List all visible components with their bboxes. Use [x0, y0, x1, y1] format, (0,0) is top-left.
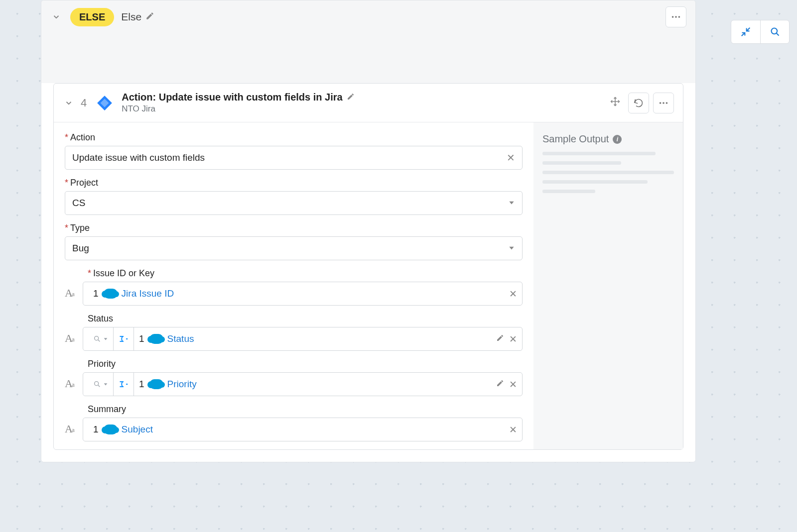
pill-value: Status: [167, 333, 194, 344]
project-field-label: *Project: [65, 178, 523, 188]
mapped-field-input[interactable]: 1 Status ✕: [83, 327, 523, 351]
clear-action-field[interactable]: ✕: [507, 152, 515, 164]
move-step-handle[interactable]: [610, 97, 620, 109]
skeleton-line: [542, 152, 656, 155]
type-select[interactable]: Bug: [65, 236, 523, 260]
mapped-field-label: Status: [65, 314, 523, 324]
formula-picker[interactable]: [88, 327, 114, 350]
mapped-field-input[interactable]: 1 Priority ✕: [83, 372, 523, 396]
else-label: Else: [121, 11, 141, 23]
svg-point-16: [95, 382, 99, 386]
pill-step-ref: 1: [139, 333, 144, 344]
text-type-icon: A: [65, 377, 79, 390]
action-title: Action: Update issue with custom fields …: [122, 92, 342, 103]
clear-pill[interactable]: ✕: [509, 379, 517, 390]
jira-icon: [96, 94, 114, 112]
action-field-label: *Action: [65, 132, 523, 143]
pill-step-ref: 1: [93, 288, 99, 299]
svg-point-5: [660, 102, 662, 104]
mapped-field-input[interactable]: 1 Jira Issue ID ✕: [83, 282, 523, 306]
text-type-icon: A: [65, 332, 79, 345]
collapse-else-toggle[interactable]: [50, 11, 62, 23]
skeleton-line: [542, 171, 674, 174]
pill-value: Priority: [167, 379, 197, 390]
svg-line-25: [776, 33, 779, 36]
action-field-input[interactable]: Update issue with custom fields ✕: [65, 146, 523, 170]
move-icon: [610, 97, 620, 106]
dots-horizontal-icon: [670, 11, 681, 22]
salesforce-icon: [149, 334, 163, 344]
caret-down-icon: [508, 243, 515, 254]
skeleton-line: [542, 161, 621, 165]
pencil-icon: [347, 93, 355, 101]
action-step-card: 4 Action: Update issue with custom field…: [53, 83, 683, 450]
caret-down-icon: [508, 198, 515, 209]
mapped-field-label: Summary: [65, 404, 523, 415]
svg-marker-8: [509, 202, 514, 205]
svg-point-6: [663, 102, 664, 104]
edit-else-label[interactable]: [145, 11, 154, 22]
action-more-menu[interactable]: [653, 93, 674, 113]
search-icon: [93, 335, 101, 343]
else-more-menu[interactable]: [665, 6, 686, 27]
clear-pill[interactable]: ✕: [509, 333, 517, 345]
svg-point-1: [675, 16, 677, 18]
project-value: CS: [72, 198, 85, 209]
svg-point-0: [672, 16, 674, 18]
mapped-field-input[interactable]: 1 Subject ✕: [83, 418, 523, 441]
refresh-step-button[interactable]: [628, 93, 649, 113]
action-field-value: Update issue with custom fields: [72, 152, 205, 163]
info-icon[interactable]: i: [613, 135, 622, 144]
svg-point-2: [678, 16, 680, 18]
type-field-label: *Type: [65, 223, 523, 233]
search-icon: [93, 380, 101, 388]
collapse-icon: [741, 27, 751, 37]
skeleton-line: [542, 180, 648, 184]
canvas-controls: [731, 20, 790, 44]
caret-down-icon: [103, 382, 108, 387]
mapped-field-label: Priority: [65, 359, 523, 369]
skeleton-line: [542, 190, 595, 193]
step-number: 4: [81, 97, 87, 109]
pencil-icon: [496, 334, 504, 342]
salesforce-icon: [104, 289, 118, 299]
collapse-canvas-button[interactable]: [731, 20, 760, 43]
action-form: *Action Update issue with custom fields …: [54, 122, 533, 449]
sample-output-panel: Sample Output i: [533, 122, 683, 449]
svg-point-10: [95, 336, 99, 340]
clear-pill[interactable]: ✕: [509, 424, 517, 435]
pencil-icon: [496, 379, 504, 387]
clear-pill[interactable]: ✕: [509, 288, 517, 300]
collapse-action-toggle[interactable]: [63, 97, 75, 109]
pill-step-ref: 1: [93, 424, 99, 435]
salesforce-icon: [149, 379, 163, 389]
project-select[interactable]: CS: [65, 191, 523, 215]
search-canvas-button[interactable]: [760, 20, 789, 43]
search-icon: [770, 27, 780, 37]
svg-marker-18: [104, 383, 108, 385]
sample-output-title: Sample Output: [542, 133, 609, 145]
branch-icon: [114, 373, 134, 396]
svg-line-17: [98, 385, 100, 387]
edit-pill[interactable]: [496, 379, 504, 390]
pill-value: Jira Issue ID: [122, 288, 174, 299]
pill-value: Subject: [122, 424, 153, 435]
chevron-down-icon: [52, 12, 61, 21]
chevron-down-icon: [64, 99, 73, 107]
svg-point-7: [666, 102, 668, 104]
dots-horizontal-icon: [658, 98, 669, 108]
salesforce-icon: [104, 425, 118, 434]
flow-card: ELSE Else + 4 Action: Update i: [41, 0, 696, 462]
formula-picker[interactable]: [88, 373, 114, 396]
svg-point-24: [771, 28, 777, 34]
refresh-icon: [634, 98, 644, 108]
else-badge: ELSE: [70, 8, 114, 26]
caret-down-icon: [103, 336, 108, 341]
pill-step-ref: 1: [139, 379, 144, 390]
edit-action-title[interactable]: [347, 92, 355, 103]
mapped-field-label: *Issue ID or Key: [65, 268, 523, 279]
text-type-icon: A: [65, 423, 79, 435]
action-step-header: 4 Action: Update issue with custom field…: [54, 84, 683, 122]
else-header: ELSE Else: [41, 0, 695, 33]
edit-pill[interactable]: [496, 333, 504, 345]
